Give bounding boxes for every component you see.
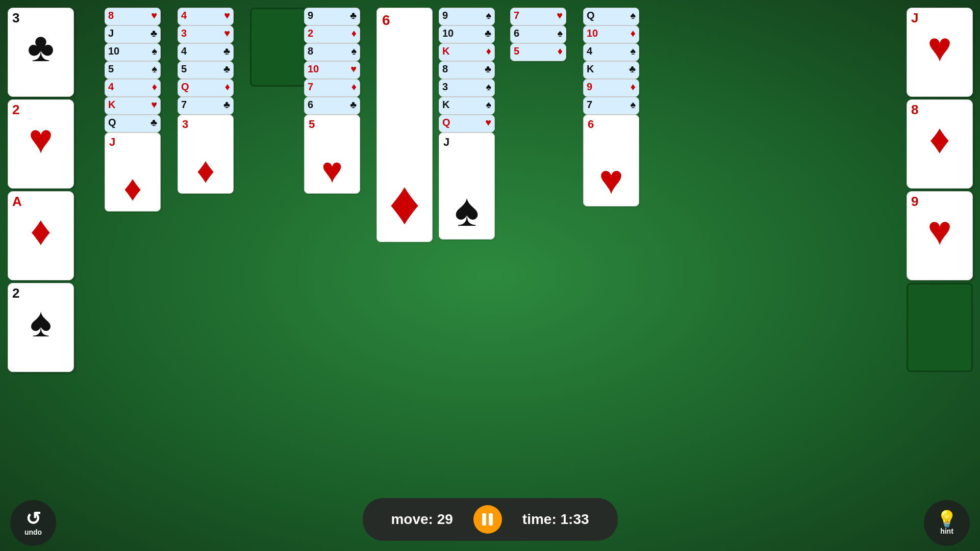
c2-5c[interactable]: 5♣ — [178, 61, 234, 79]
pause-button[interactable] — [473, 505, 502, 534]
undo-icon: ↺ — [26, 510, 41, 528]
c8-7s[interactable]: 7♠ — [583, 97, 639, 115]
right-card-Jhearts[interactable]: J ♥ — [907, 8, 973, 97]
left-card-2hearts[interactable]: 2 ♥ — [8, 99, 74, 189]
c4-5h-full[interactable]: 5 ♥ — [304, 115, 360, 194]
c4-6c[interactable]: 6♣ — [304, 97, 360, 115]
c2-4h[interactable]: 4♥ — [178, 8, 234, 25]
c6-Qh[interactable]: Q♥ — [439, 115, 495, 133]
c2-4c[interactable]: 4♣ — [178, 43, 234, 61]
c2-7c[interactable]: 7♣ — [178, 97, 234, 115]
left-card-3clubs[interactable]: 3 ♣ — [8, 8, 74, 97]
column-7: 7♥ 6♠ 5♦ — [510, 8, 566, 135]
c6-8c[interactable]: 8♣ — [439, 61, 495, 79]
c8-Qs[interactable]: Q♠ — [583, 8, 639, 25]
card-5s[interactable]: 5♠ — [105, 61, 161, 79]
c4-2d[interactable]: 2♦ — [304, 25, 360, 43]
right-card-9hearts[interactable]: 9 ♥ — [907, 191, 973, 280]
left-card-2spades[interactable]: 2 ♠ — [8, 283, 74, 372]
c6-Ks[interactable]: K♠ — [439, 97, 495, 115]
c6-3s[interactable]: 3♠ — [439, 79, 495, 97]
card-Jc[interactable]: J♣ — [105, 25, 161, 43]
game-table: 3 ♣ 2 ♥ A ♦ 2 ♠ J ♥ 8 ♦ 9 ♥ 8♥ J♣ — [0, 0, 980, 551]
card-4d[interactable]: 4♦ — [105, 79, 161, 97]
c2-Qd[interactable]: Q♦ — [178, 79, 234, 97]
right-empty-slot — [907, 283, 973, 372]
c8-6h-full[interactable]: 6 ♥ — [583, 115, 639, 206]
time-counter: time: 1:33 — [522, 511, 589, 528]
move-counter: move: 29 — [391, 511, 453, 528]
column-3-empty[interactable] — [250, 8, 306, 87]
card-Jd-full[interactable]: J ♦ — [105, 133, 161, 212]
undo-button[interactable]: ↺ undo — [10, 500, 56, 546]
undo-label: undo — [24, 528, 42, 536]
column-4: 9♣ 2♦ 8♠ 10♥ 7♦ 6♣ 5 ♥ — [304, 8, 360, 196]
c6-10c[interactable]: 10♣ — [439, 25, 495, 43]
c6-Js-full[interactable]: J ♠ — [439, 133, 495, 240]
c8-Kc[interactable]: K♣ — [583, 61, 639, 79]
c2-3d-full[interactable]: 3 ♦ — [178, 115, 234, 194]
c5-6d-full[interactable]: 6 ♦ — [376, 8, 433, 242]
c4-10h[interactable]: 10♥ — [304, 61, 360, 79]
right-card-8diamonds[interactable]: 8 ♦ — [907, 99, 973, 189]
c8-10d[interactable]: 10♦ — [583, 25, 639, 43]
c7-7h[interactable]: 7♥ — [510, 8, 566, 25]
bottom-bar: move: 29 time: 1:33 — [363, 498, 618, 541]
c8-4s[interactable]: 4♠ — [583, 43, 639, 61]
column-6: 9♠ 10♣ K♦ 8♣ 3♠ K♠ Q♥ J ♠ — [439, 8, 495, 206]
c6-Kd[interactable]: K♦ — [439, 43, 495, 61]
c4-8s[interactable]: 8♠ — [304, 43, 360, 61]
c4-7d[interactable]: 7♦ — [304, 79, 360, 97]
hint-label: hint — [940, 527, 953, 535]
card-Kh[interactable]: K♥ — [105, 97, 161, 115]
column-1: 8♥ J♣ 10♠ 5♠ 4♦ K♥ Q♣ J ♦ — [105, 8, 161, 155]
card-Qc[interactable]: Q♣ — [105, 115, 161, 133]
c6-9s[interactable]: 9♠ — [439, 8, 495, 25]
hint-button[interactable]: 💡 hint — [924, 500, 970, 546]
c8-9d[interactable]: 9♦ — [583, 79, 639, 97]
c7-6s[interactable]: 6♠ — [510, 25, 566, 43]
hint-icon: 💡 — [937, 511, 957, 527]
column-2: 4♥ 3♥ 4♣ 5♣ Q♦ 7♣ 3 ♦ — [178, 8, 234, 135]
card-10s[interactable]: 10♠ — [105, 43, 161, 61]
pause-icon — [482, 513, 493, 526]
c7-5d[interactable]: 5♦ — [510, 43, 566, 61]
column-5: 6 ♦ — [376, 8, 433, 242]
left-card-Adiamonds[interactable]: A ♦ — [8, 191, 74, 280]
c2-3h[interactable]: 3♥ — [178, 25, 234, 43]
card-8h[interactable]: 8♥ — [105, 8, 161, 25]
c4-9c[interactable]: 9♣ — [304, 8, 360, 25]
column-8: Q♠ 10♦ 4♠ K♣ 9♦ 7♠ 6 ♥ — [583, 8, 639, 196]
